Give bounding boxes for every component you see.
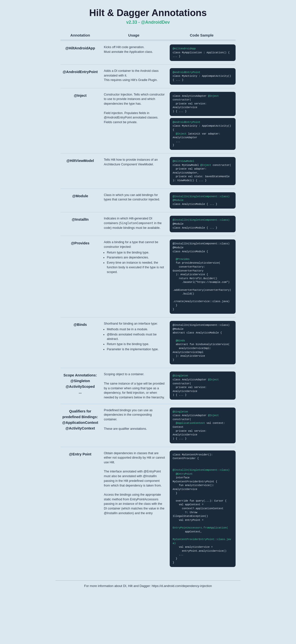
code-sample: @HiltViewModel class MyViewModel @Inject… bbox=[170, 157, 236, 185]
annotation-label: @Binds bbox=[60, 321, 100, 328]
code-sample: @InstallIn(SingletonComponent::class) @M… bbox=[170, 216, 236, 232]
annotation-label: @AndroidEntryPoint bbox=[60, 68, 100, 75]
table-row: Scope Annotations:@Singleton@ActivitySco… bbox=[60, 368, 236, 404]
table-row: @Module Class in which you can add bindi… bbox=[60, 188, 236, 212]
annotation-label: @HiltAndroidApp bbox=[60, 44, 100, 51]
usage-text: Kicks off Hilt code generation.Must anno… bbox=[102, 44, 168, 54]
annotation-label: @InstallIn bbox=[60, 216, 100, 222]
code-sample: class AnalyticsAdapter @Inject construct… bbox=[170, 92, 236, 116]
usage-text: Constructor Injection. Tells which const… bbox=[102, 92, 168, 125]
col-usage: Usage bbox=[100, 33, 168, 37]
code-sample: @HiltAndroidApp class MyApplication : Ap… bbox=[170, 44, 236, 61]
usage-text: Adds a binding for a type that cannot be… bbox=[102, 240, 168, 275]
usage-text: Shorthand for binding an interface type:… bbox=[102, 321, 168, 352]
usage-text: Indicates in which Hilt-generated DI con… bbox=[102, 216, 168, 230]
annotation-label: Qualifiers for predefined Bindings:@Appl… bbox=[60, 408, 100, 431]
code-sample: class MyContentProvider(): ContentProvid… bbox=[170, 450, 236, 567]
code-sample: @AndroidEntryPoint class MyActivity : Ap… bbox=[170, 118, 236, 150]
table-row: @HiltViewModel Tells Hilt how to provide… bbox=[60, 153, 236, 188]
table-header: Annotation Usage Code Sample bbox=[60, 31, 236, 40]
table-row: @Entry Point Obtain dependencies in clas… bbox=[60, 447, 236, 571]
code-sample: @InstallIn(SingletonComponent::class) @M… bbox=[170, 321, 236, 364]
usage-text: Predefined bindings you can use as depen… bbox=[102, 408, 168, 432]
table-row: @AndroidEntryPoint Adds a DI container t… bbox=[60, 64, 236, 88]
page-subtitle: v2.33 - @AndroidDev bbox=[60, 20, 236, 25]
table-row: @InstallIn Indicates in which Hilt-gener… bbox=[60, 212, 236, 236]
code-sample: @InstallIn(SingletonComponent::class) @M… bbox=[170, 240, 236, 314]
annotation-label: @HiltViewModel bbox=[60, 157, 100, 164]
code-sample: @InstallIn(SingletonComponent::class) @M… bbox=[170, 192, 236, 209]
table-row: Qualifiers for predefined Bindings:@Appl… bbox=[60, 404, 236, 447]
table-row: @HiltAndroidApp Kicks off Hilt code gene… bbox=[60, 41, 236, 64]
col-code: Code Sample bbox=[168, 33, 236, 37]
footer-text: For more information about DI, Hilt and … bbox=[84, 584, 212, 588]
annotation-label: @Module bbox=[60, 192, 100, 199]
page-title: Hilt & Dagger Annotations bbox=[60, 8, 236, 18]
annotation-label: @Inject bbox=[60, 92, 100, 98]
code-sample: @Singleton class AnalyticsAdapter @Injec… bbox=[170, 408, 236, 443]
table-row: @Provides Adds a binding for a type that… bbox=[60, 236, 236, 317]
table-row: @Binds Shorthand for binding an interfac… bbox=[60, 317, 236, 368]
annotation-label: Scope Annotations:@Singleton@ActivitySco… bbox=[60, 372, 100, 395]
code-sample: @AndroidEntryPoint class MyActivity : Ap… bbox=[170, 68, 236, 85]
code-sample: @Singleton class AnalyticsAdapter @Injec… bbox=[170, 372, 236, 400]
annotation-label: @Entry Point bbox=[60, 450, 100, 457]
annotation-label: @Provides bbox=[60, 240, 100, 246]
usage-text: Scoping object to a container. The same … bbox=[102, 372, 168, 400]
usage-text: Adds a DI container to the Android class… bbox=[102, 68, 168, 83]
col-annotation: Annotation bbox=[60, 33, 100, 37]
usage-text: Obtain dependencies in classes that are … bbox=[102, 450, 168, 516]
usage-text: Tells Hilt how to provide instances of a… bbox=[102, 157, 168, 167]
usage-text: Class in which you can add bindings for … bbox=[102, 192, 168, 202]
table-row: @Inject Constructor Injection. Tells whi… bbox=[60, 88, 236, 153]
footer: For more information about DI, Hilt and … bbox=[55, 580, 241, 591]
